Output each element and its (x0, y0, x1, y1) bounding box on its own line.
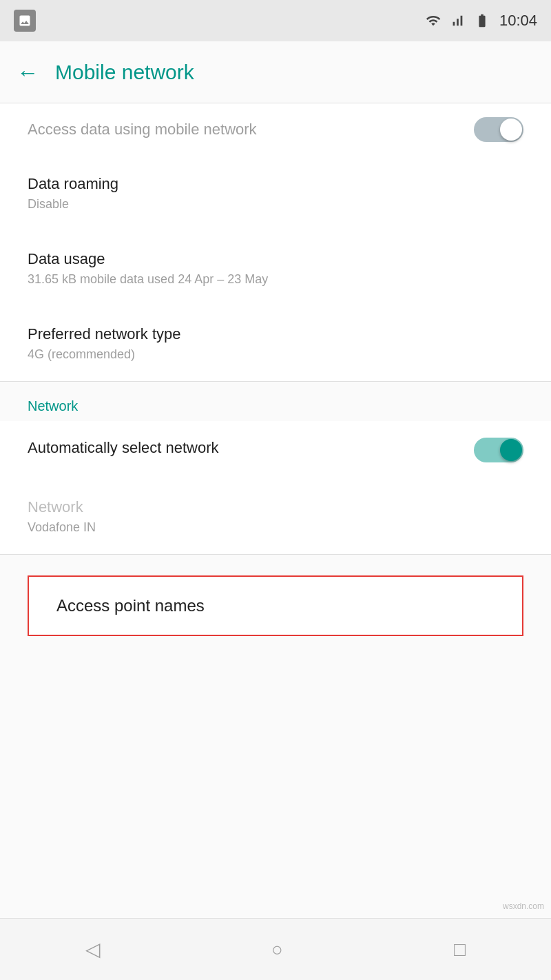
status-bar-right: 10:04 (424, 12, 537, 30)
network-subtitle: Vodafone IN (28, 520, 523, 535)
content-wrapper: Access data using mobile network Data ro… (0, 103, 551, 980)
data-roaming-title: Data roaming (28, 175, 523, 193)
data-roaming-item[interactable]: Data roaming Disable (0, 156, 551, 231)
network-section-header: Network (0, 382, 551, 421)
app-bar: ← Mobile network (0, 41, 551, 103)
mobile-data-toggle[interactable] (474, 117, 523, 142)
network-section-label: Network (28, 398, 78, 414)
network-item: Network Vodafone IN (0, 479, 551, 554)
auto-select-label: Automatically select network (28, 439, 219, 457)
status-bar-left (14, 10, 36, 32)
data-usage-subtitle: 31.65 kB mobile data used 24 Apr – 23 Ma… (28, 272, 523, 287)
back-button[interactable]: ← (17, 61, 39, 83)
page-title: Mobile network (55, 61, 194, 84)
time-display: 10:04 (499, 12, 537, 30)
toggle-thumb (500, 119, 522, 141)
mobile-data-toggle-item: Access data using mobile network (0, 103, 551, 156)
preferred-network-type-title: Preferred network type (28, 325, 523, 343)
toggle-track (474, 117, 523, 142)
preferred-network-type-subtitle: 4G (recommended) (28, 347, 523, 362)
auto-select-toggle-thumb (500, 439, 522, 461)
auto-select-network-item[interactable]: Automatically select network (0, 421, 551, 479)
access-point-section: Access point names (0, 555, 551, 657)
data-roaming-subtitle: Disable (28, 197, 523, 212)
auto-select-toggle-track (474, 438, 523, 462)
preferred-network-type-item[interactable]: Preferred network type 4G (recommended) (0, 306, 551, 381)
auto-select-toggle[interactable] (474, 438, 523, 462)
data-usage-item[interactable]: Data usage 31.65 kB mobile data used 24 … (0, 231, 551, 306)
wifi-icon (424, 13, 443, 28)
access-point-names-button[interactable]: Access point names (28, 575, 523, 636)
signal-icon (450, 13, 465, 28)
nav-back-button[interactable]: ◁ (85, 938, 101, 961)
navigation-bar: ◁ ○ □ (0, 918, 551, 980)
data-usage-title: Data usage (28, 250, 523, 268)
battery-icon (472, 13, 492, 28)
nav-recent-button[interactable]: □ (454, 939, 466, 961)
mobile-data-label: Access data using mobile network (28, 121, 257, 139)
status-bar: 10:04 (0, 0, 551, 41)
nav-home-button[interactable]: ○ (271, 939, 283, 961)
network-label: Network (28, 498, 523, 516)
photo-icon (14, 10, 36, 32)
watermark: wsxdn.com (503, 901, 544, 911)
